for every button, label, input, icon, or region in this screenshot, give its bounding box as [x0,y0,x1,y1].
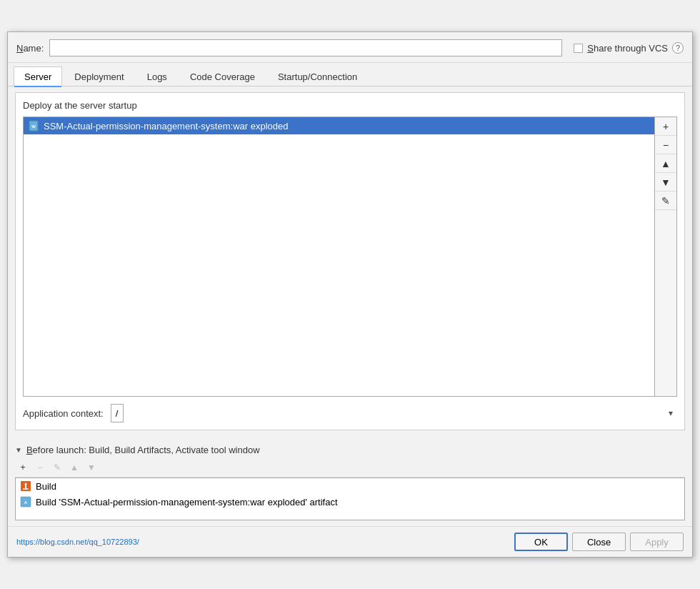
svg-text:W: W [31,124,36,129]
bl-item-build[interactable]: Build [16,478,684,494]
before-launch-toolbar: + − ✎ ▲ ▼ [15,458,685,477]
run-configuration-dialog: Name: Tomcat Share through VCS ? Server … [7,31,693,558]
before-launch-header: ▼ Before launch: Build, Build Artifacts,… [15,442,685,458]
name-row: Name: Tomcat Share through VCS ? [8,32,692,63]
edit-deployment-button[interactable]: ✎ [655,192,676,210]
name-input[interactable]: Tomcat [49,39,562,56]
vcs-area: Share through VCS ? [574,42,684,54]
remove-deployment-button[interactable]: − [655,136,676,154]
move-down-deployment-button[interactable]: ▼ [655,173,676,192]
help-icon[interactable]: ? [672,42,684,54]
bl-item-artifact-label: Build 'SSM-Actual-permission-management-… [36,497,338,508]
deploy-item-label: SSM-Actual-permission-management-system:… [44,121,288,132]
deploy-list-container: W SSM-Actual-permission-management-syste… [23,117,677,397]
url-hint: https://blog.csdn.net/qq_10722893/ [16,538,510,546]
add-deployment-button[interactable]: + [655,117,676,136]
deploy-list[interactable]: W SSM-Actual-permission-management-syste… [24,117,654,396]
bl-up-button[interactable]: ▲ [66,460,82,475]
app-context-row: Application context: / [23,404,677,422]
deploy-section-label: Deploy at the server startup [23,100,677,111]
deploy-side-buttons: + − ▲ ▼ ✎ [654,117,676,396]
bl-down-button[interactable]: ▼ [84,460,99,475]
tab-startup-connection[interactable]: Startup/Connection [267,66,368,86]
apply-button[interactable]: Apply [630,533,684,551]
bl-item-build-label: Build [36,481,56,492]
vcs-label: Share through VCS [587,43,668,54]
tabs-bar: Server Deployment Logs Code Coverage Sta… [8,63,692,86]
before-launch-title: Before launch: Build, Build Artifacts, A… [26,445,260,455]
before-launch-section: ▼ Before launch: Build, Build Artifacts,… [15,442,685,520]
svg-text:A: A [24,500,28,505]
tab-code-coverage[interactable]: Code Coverage [179,66,266,86]
tab-deployment[interactable]: Deployment [64,66,134,86]
artifact-icon: A [20,496,31,508]
ok-button[interactable]: OK [514,533,568,551]
tab-server[interactable]: Server [14,66,62,86]
app-context-label: Application context: [23,408,104,419]
before-launch-list: Build A Build 'SSM-Actual-permission-man… [15,477,685,520]
app-context-wrapper: / [111,404,677,422]
deploy-item[interactable]: W SSM-Actual-permission-management-syste… [24,117,654,134]
build-icon [20,480,31,492]
close-button[interactable]: Close [572,533,626,551]
war-exploded-icon: W [28,120,39,132]
main-content: Deploy at the server startup W SSM-Actua… [15,92,685,430]
svg-rect-4 [23,488,29,490]
name-label: Name: [16,43,44,54]
bl-edit-button[interactable]: ✎ [49,460,65,475]
bl-add-button[interactable]: + [15,460,31,475]
vcs-checkbox[interactable] [574,44,583,53]
collapse-icon[interactable]: ▼ [15,446,22,454]
tab-logs[interactable]: Logs [136,66,178,86]
app-context-select[interactable]: / [111,404,124,422]
bl-item-artifact[interactable]: A Build 'SSM-Actual-permission-managemen… [16,494,684,510]
move-up-deployment-button[interactable]: ▲ [655,154,676,173]
bl-remove-button[interactable]: − [32,460,48,475]
bottom-bar: https://blog.csdn.net/qq_10722893/ OK Cl… [8,526,692,557]
